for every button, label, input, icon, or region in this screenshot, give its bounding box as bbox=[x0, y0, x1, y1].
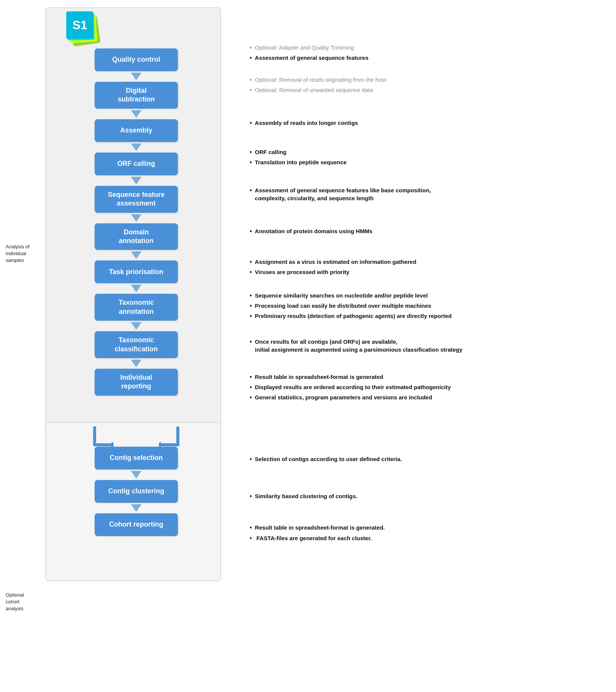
individual-reporting-box: Individualreporting bbox=[95, 369, 178, 396]
cc-bullet-1: Similarity based clustering of contigs. bbox=[250, 492, 358, 500]
cohort-arrow-2 bbox=[131, 504, 142, 512]
tp-bullet-2: Viruses are processed with priority bbox=[250, 268, 416, 276]
ir-bullet-2: Displayed results are ordered according … bbox=[250, 383, 451, 391]
cr-bullet-2: FASTA-files are generated for each clust… bbox=[250, 534, 385, 542]
cohort-arrow-1 bbox=[131, 471, 142, 478]
qc-bullet-1: Optional: Adapter and Quality Trimming bbox=[250, 44, 369, 52]
domain-annotation-box: Domainannotation bbox=[95, 223, 178, 250]
orf-bullet-1: ORF calling bbox=[250, 148, 347, 156]
taxonomic-classification-box: Taxonomicclassification bbox=[95, 331, 178, 358]
assembly-box: Assembly bbox=[95, 119, 178, 142]
ir-bullet-1: Result table in spreadsheet-format is ge… bbox=[250, 373, 451, 381]
arrow-6 bbox=[131, 251, 142, 259]
qc-bullet-2: Assessment of general sequence features bbox=[250, 54, 369, 62]
orf-calling-box: ORF calling bbox=[95, 153, 178, 175]
digital-subtraction-bullets: Optional: Removal of reads originating f… bbox=[250, 64, 612, 108]
s1-text: S1 bbox=[66, 11, 93, 39]
tc-bullet-1: Once results for all contigs (and ORFs) … bbox=[250, 338, 462, 354]
ir-bullet-3: General statistics, program parameters a… bbox=[250, 393, 451, 402]
ta-bullet-3: Preliminary results (detection of pathog… bbox=[250, 312, 452, 320]
arrow-9 bbox=[131, 360, 142, 367]
seq-feature-bullets: Assessment of general sequence features … bbox=[250, 176, 612, 214]
assembly-bullets: Assembly of reads into longer contigs bbox=[250, 108, 612, 140]
task-priorisation-box: Task priorisation bbox=[95, 260, 178, 283]
quality-control-bullets: Optional: Adapter and Quality Trimming A… bbox=[250, 11, 612, 64]
domain-annotation-bullets: Annotation of protein domains using HMMs bbox=[250, 214, 612, 250]
asm-bullet-1: Assembly of reads into longer contigs bbox=[250, 119, 358, 127]
ta-bullet-1: Sequence similarity searches on nucleoti… bbox=[250, 291, 452, 300]
tp-bullet-1: Assignment as a virus is estimated on in… bbox=[250, 258, 416, 266]
ds-bullet-1: Optional: Removal of reads originating f… bbox=[250, 76, 386, 84]
sf-bullet-1: Assessment of general sequence features … bbox=[250, 186, 431, 202]
taxonomic-classification-bullets: Once results for all contigs (and ORFs) … bbox=[250, 328, 612, 366]
ta-bullet-2: Processing load can easily be distribute… bbox=[250, 302, 452, 310]
da-bullet-1: Annotation of protein domains using HMMs bbox=[250, 227, 372, 235]
arrow-4 bbox=[131, 177, 142, 184]
digital-subtraction-box: Digitalsubtraction bbox=[95, 82, 178, 109]
cohort-analysis-label: Optional cohort analysis bbox=[4, 592, 24, 613]
left-labels: Analysis of individual samples Optional … bbox=[4, 8, 45, 692]
contig-selection-bullets: Selection of contigs according to user d… bbox=[250, 441, 612, 479]
s1-badge: S1 bbox=[66, 11, 100, 45]
cohort-reporting-box: Cohort reporting bbox=[95, 513, 178, 536]
ds-bullet-2: Optional: Removal of unwanted sequence d… bbox=[250, 86, 386, 94]
contig-selection-box: Contig selection bbox=[95, 447, 178, 469]
sequence-feature-box: Sequence featureassessment bbox=[95, 186, 178, 213]
arrow-7 bbox=[131, 285, 142, 292]
taxonomic-annotation-bullets: Sequence similarity searches on nucleoti… bbox=[250, 286, 612, 328]
quality-control-box: Quality control bbox=[95, 48, 178, 71]
taxonomic-annotation-box: Taxonomicannotation bbox=[95, 294, 178, 321]
cohort-reporting-bullets: Result table in spreadsheet-format is ge… bbox=[250, 515, 612, 553]
arrow-3 bbox=[131, 143, 142, 151]
right-bullets-column: Optional: Adapter and Quality Trimming A… bbox=[242, 8, 612, 692]
cr-bullet-1: Result table in spreadsheet-format is ge… bbox=[250, 524, 385, 532]
svg-marker-0 bbox=[112, 442, 114, 447]
cs-bullet-1: Selection of contigs according to user d… bbox=[250, 455, 402, 463]
contig-clustering-box: Contig clustering bbox=[95, 480, 178, 503]
left-corner-arrow bbox=[93, 426, 114, 447]
orf-bullet-2: Translation into peptide sequence bbox=[250, 158, 347, 167]
arrow-2 bbox=[131, 110, 142, 118]
flow-column: S1 Quality control Digitalsubtraction As… bbox=[45, 8, 242, 692]
individual-reporting-bullets: Result table in spreadsheet-format is ge… bbox=[250, 366, 612, 411]
contig-clustering-bullets: Similarity based clustering of contigs. bbox=[250, 479, 612, 515]
task-priorisation-bullets: Assignment as a virus is estimated on in… bbox=[250, 250, 612, 286]
right-corner-arrow bbox=[159, 426, 180, 447]
arrow-1 bbox=[131, 73, 142, 80]
individual-analysis-label: Analysis of individual samples bbox=[4, 243, 30, 264]
arrow-5 bbox=[131, 214, 142, 222]
svg-marker-1 bbox=[159, 442, 161, 447]
arrow-8 bbox=[131, 322, 142, 330]
orf-bullets: ORF calling Translation into peptide seq… bbox=[250, 140, 612, 176]
